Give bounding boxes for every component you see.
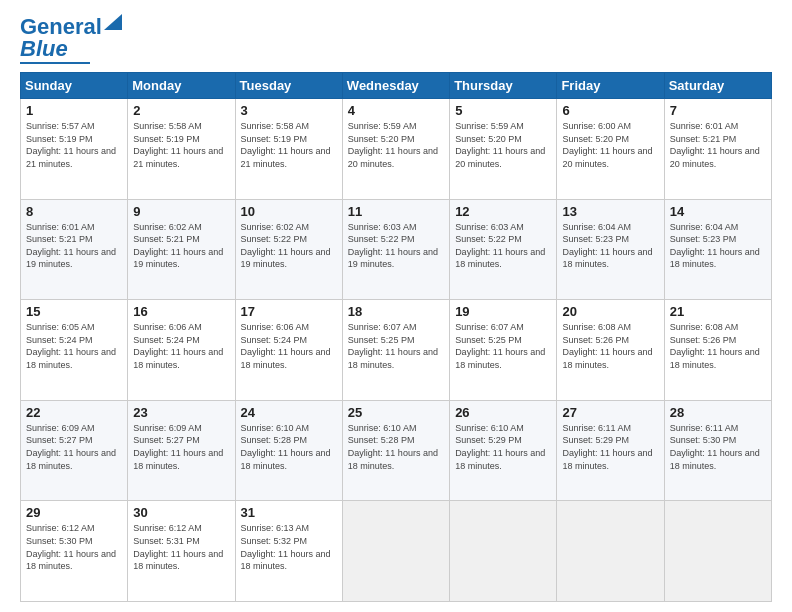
day-info: Sunrise: 6:10 AMSunset: 5:28 PMDaylight:… bbox=[241, 422, 337, 472]
weekday-header-friday: Friday bbox=[557, 73, 664, 99]
week-row-1: 1Sunrise: 5:57 AMSunset: 5:19 PMDaylight… bbox=[21, 99, 772, 200]
day-number: 23 bbox=[133, 405, 229, 420]
calendar-cell: 27Sunrise: 6:11 AMSunset: 5:29 PMDayligh… bbox=[557, 400, 664, 501]
day-info: Sunrise: 6:08 AMSunset: 5:26 PMDaylight:… bbox=[562, 321, 658, 371]
calendar-cell: 30Sunrise: 6:12 AMSunset: 5:31 PMDayligh… bbox=[128, 501, 235, 602]
day-info: Sunrise: 6:04 AMSunset: 5:23 PMDaylight:… bbox=[562, 221, 658, 271]
day-info: Sunrise: 6:13 AMSunset: 5:32 PMDaylight:… bbox=[241, 522, 337, 572]
day-info: Sunrise: 6:03 AMSunset: 5:22 PMDaylight:… bbox=[455, 221, 551, 271]
day-number: 6 bbox=[562, 103, 658, 118]
day-number: 18 bbox=[348, 304, 444, 319]
day-info: Sunrise: 6:12 AMSunset: 5:30 PMDaylight:… bbox=[26, 522, 122, 572]
day-number: 7 bbox=[670, 103, 766, 118]
calendar-cell: 15Sunrise: 6:05 AMSunset: 5:24 PMDayligh… bbox=[21, 300, 128, 401]
calendar-cell: 13Sunrise: 6:04 AMSunset: 5:23 PMDayligh… bbox=[557, 199, 664, 300]
weekday-header-thursday: Thursday bbox=[450, 73, 557, 99]
calendar-cell: 8Sunrise: 6:01 AMSunset: 5:21 PMDaylight… bbox=[21, 199, 128, 300]
calendar-cell: 14Sunrise: 6:04 AMSunset: 5:23 PMDayligh… bbox=[664, 199, 771, 300]
day-info: Sunrise: 6:01 AMSunset: 5:21 PMDaylight:… bbox=[26, 221, 122, 271]
logo-text: General bbox=[20, 16, 102, 38]
calendar-cell: 31Sunrise: 6:13 AMSunset: 5:32 PMDayligh… bbox=[235, 501, 342, 602]
day-number: 22 bbox=[26, 405, 122, 420]
day-info: Sunrise: 6:02 AMSunset: 5:21 PMDaylight:… bbox=[133, 221, 229, 271]
day-info: Sunrise: 6:09 AMSunset: 5:27 PMDaylight:… bbox=[26, 422, 122, 472]
day-info: Sunrise: 6:06 AMSunset: 5:24 PMDaylight:… bbox=[133, 321, 229, 371]
day-info: Sunrise: 5:59 AMSunset: 5:20 PMDaylight:… bbox=[348, 120, 444, 170]
calendar-cell: 20Sunrise: 6:08 AMSunset: 5:26 PMDayligh… bbox=[557, 300, 664, 401]
calendar-cell: 7Sunrise: 6:01 AMSunset: 5:21 PMDaylight… bbox=[664, 99, 771, 200]
calendar-cell bbox=[450, 501, 557, 602]
day-number: 3 bbox=[241, 103, 337, 118]
calendar-cell: 29Sunrise: 6:12 AMSunset: 5:30 PMDayligh… bbox=[21, 501, 128, 602]
day-number: 10 bbox=[241, 204, 337, 219]
calendar-cell: 10Sunrise: 6:02 AMSunset: 5:22 PMDayligh… bbox=[235, 199, 342, 300]
calendar-cell bbox=[664, 501, 771, 602]
day-info: Sunrise: 5:57 AMSunset: 5:19 PMDaylight:… bbox=[26, 120, 122, 170]
week-row-2: 8Sunrise: 6:01 AMSunset: 5:21 PMDaylight… bbox=[21, 199, 772, 300]
weekday-header-saturday: Saturday bbox=[664, 73, 771, 99]
day-info: Sunrise: 6:12 AMSunset: 5:31 PMDaylight:… bbox=[133, 522, 229, 572]
day-info: Sunrise: 6:11 AMSunset: 5:30 PMDaylight:… bbox=[670, 422, 766, 472]
weekday-header-monday: Monday bbox=[128, 73, 235, 99]
day-number: 13 bbox=[562, 204, 658, 219]
day-info: Sunrise: 6:09 AMSunset: 5:27 PMDaylight:… bbox=[133, 422, 229, 472]
day-number: 1 bbox=[26, 103, 122, 118]
calendar-cell: 6Sunrise: 6:00 AMSunset: 5:20 PMDaylight… bbox=[557, 99, 664, 200]
day-number: 30 bbox=[133, 505, 229, 520]
day-info: Sunrise: 5:59 AMSunset: 5:20 PMDaylight:… bbox=[455, 120, 551, 170]
weekday-header-wednesday: Wednesday bbox=[342, 73, 449, 99]
calendar-cell: 23Sunrise: 6:09 AMSunset: 5:27 PMDayligh… bbox=[128, 400, 235, 501]
day-number: 20 bbox=[562, 304, 658, 319]
day-number: 9 bbox=[133, 204, 229, 219]
week-row-4: 22Sunrise: 6:09 AMSunset: 5:27 PMDayligh… bbox=[21, 400, 772, 501]
day-number: 5 bbox=[455, 103, 551, 118]
day-number: 12 bbox=[455, 204, 551, 219]
day-number: 24 bbox=[241, 405, 337, 420]
calendar-table: SundayMondayTuesdayWednesdayThursdayFrid… bbox=[20, 72, 772, 602]
calendar-cell: 22Sunrise: 6:09 AMSunset: 5:27 PMDayligh… bbox=[21, 400, 128, 501]
calendar-cell: 24Sunrise: 6:10 AMSunset: 5:28 PMDayligh… bbox=[235, 400, 342, 501]
weekday-header-tuesday: Tuesday bbox=[235, 73, 342, 99]
day-number: 17 bbox=[241, 304, 337, 319]
day-number: 26 bbox=[455, 405, 551, 420]
day-number: 4 bbox=[348, 103, 444, 118]
day-info: Sunrise: 6:11 AMSunset: 5:29 PMDaylight:… bbox=[562, 422, 658, 472]
week-row-3: 15Sunrise: 6:05 AMSunset: 5:24 PMDayligh… bbox=[21, 300, 772, 401]
weekday-header-row: SundayMondayTuesdayWednesdayThursdayFrid… bbox=[21, 73, 772, 99]
logo-arrow-icon bbox=[104, 14, 122, 30]
page-header: General Blue bbox=[20, 16, 772, 64]
calendar-cell: 19Sunrise: 6:07 AMSunset: 5:25 PMDayligh… bbox=[450, 300, 557, 401]
logo: General Blue bbox=[20, 16, 122, 64]
day-info: Sunrise: 6:00 AMSunset: 5:20 PMDaylight:… bbox=[562, 120, 658, 170]
calendar-cell: 11Sunrise: 6:03 AMSunset: 5:22 PMDayligh… bbox=[342, 199, 449, 300]
day-number: 16 bbox=[133, 304, 229, 319]
calendar-cell: 1Sunrise: 5:57 AMSunset: 5:19 PMDaylight… bbox=[21, 99, 128, 200]
calendar-cell bbox=[342, 501, 449, 602]
day-info: Sunrise: 6:05 AMSunset: 5:24 PMDaylight:… bbox=[26, 321, 122, 371]
day-info: Sunrise: 6:10 AMSunset: 5:28 PMDaylight:… bbox=[348, 422, 444, 472]
day-info: Sunrise: 5:58 AMSunset: 5:19 PMDaylight:… bbox=[133, 120, 229, 170]
calendar-cell: 28Sunrise: 6:11 AMSunset: 5:30 PMDayligh… bbox=[664, 400, 771, 501]
week-row-5: 29Sunrise: 6:12 AMSunset: 5:30 PMDayligh… bbox=[21, 501, 772, 602]
calendar-cell: 2Sunrise: 5:58 AMSunset: 5:19 PMDaylight… bbox=[128, 99, 235, 200]
day-info: Sunrise: 6:10 AMSunset: 5:29 PMDaylight:… bbox=[455, 422, 551, 472]
day-number: 31 bbox=[241, 505, 337, 520]
day-number: 2 bbox=[133, 103, 229, 118]
svg-marker-0 bbox=[104, 14, 122, 30]
calendar-cell bbox=[557, 501, 664, 602]
calendar-cell: 18Sunrise: 6:07 AMSunset: 5:25 PMDayligh… bbox=[342, 300, 449, 401]
weekday-header-sunday: Sunday bbox=[21, 73, 128, 99]
logo-underline bbox=[20, 62, 90, 64]
day-number: 19 bbox=[455, 304, 551, 319]
day-info: Sunrise: 6:01 AMSunset: 5:21 PMDaylight:… bbox=[670, 120, 766, 170]
day-info: Sunrise: 5:58 AMSunset: 5:19 PMDaylight:… bbox=[241, 120, 337, 170]
day-info: Sunrise: 6:04 AMSunset: 5:23 PMDaylight:… bbox=[670, 221, 766, 271]
calendar-cell: 21Sunrise: 6:08 AMSunset: 5:26 PMDayligh… bbox=[664, 300, 771, 401]
day-number: 8 bbox=[26, 204, 122, 219]
calendar-cell: 17Sunrise: 6:06 AMSunset: 5:24 PMDayligh… bbox=[235, 300, 342, 401]
calendar-cell: 12Sunrise: 6:03 AMSunset: 5:22 PMDayligh… bbox=[450, 199, 557, 300]
day-info: Sunrise: 6:03 AMSunset: 5:22 PMDaylight:… bbox=[348, 221, 444, 271]
day-number: 25 bbox=[348, 405, 444, 420]
day-info: Sunrise: 6:06 AMSunset: 5:24 PMDaylight:… bbox=[241, 321, 337, 371]
day-number: 28 bbox=[670, 405, 766, 420]
